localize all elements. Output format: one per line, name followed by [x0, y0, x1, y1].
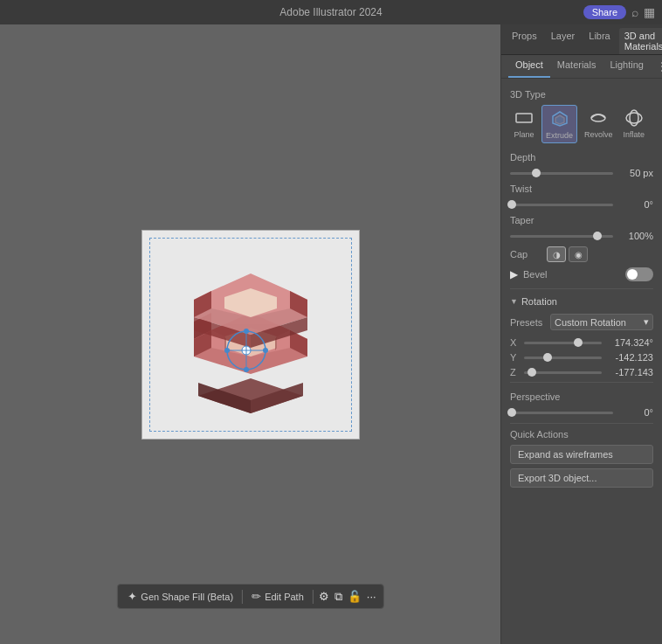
x-row: X 174.324° — [510, 337, 653, 348]
export-3d-btn[interactable]: Export 3D object... — [510, 468, 653, 488]
y-value: -142.123 — [605, 352, 653, 363]
3d-type-label: 3D Type — [510, 89, 653, 100]
gen-shape-btn[interactable]: ✦ Gen Shape Fill (Beta) — [124, 588, 237, 605]
right-panel: Props Layer Libra 3D and Materials Objec… — [500, 24, 662, 644]
canvas-toolbar: ✦ Gen Shape Fill (Beta) ✏ Edit Path ⚙ ⧉ … — [116, 584, 383, 609]
presets-value: Custom Rotation — [555, 317, 626, 328]
svg-point-25 — [224, 348, 230, 353]
depth-label: Depth — [510, 152, 653, 163]
title-bar: Adobe Illustrator 2024 Share ⌕ ▦ — [0, 0, 662, 24]
type-extrude-btn[interactable]: Extrude — [541, 105, 577, 143]
depth-value: 50 px — [618, 168, 653, 178]
type-icons-row: Plane Extrude Revolve — [510, 105, 653, 143]
panel-top-tabs: Props Layer Libra 3D and Materials — [501, 24, 662, 55]
svg-point-23 — [244, 329, 249, 334]
plane-icon — [514, 107, 534, 128]
z-slider-track[interactable] — [524, 371, 602, 374]
copy-icon[interactable]: ⧉ — [334, 590, 342, 604]
bevel-toggle-knob — [627, 269, 638, 280]
cap-btn-1[interactable]: ◑ — [547, 246, 566, 262]
rotation-section: ▼ Rotation Presets Custom Rotation ▾ X — [510, 288, 653, 377]
tab-props[interactable]: Props — [507, 28, 542, 54]
share-button[interactable]: Share — [583, 5, 626, 19]
tab-3d-materials[interactable]: 3D and Materials — [619, 28, 662, 54]
edit-path-btn[interactable]: ✏ Edit Path — [248, 588, 307, 605]
perspective-slider-row: 0° — [510, 407, 653, 418]
type-revolve-btn[interactable]: Revolve — [581, 105, 617, 143]
taper-slider-row: 100% — [510, 231, 653, 241]
cap-label: Cap — [510, 249, 541, 260]
bevel-toggle[interactable] — [625, 267, 653, 281]
inflate-icon — [624, 107, 645, 128]
y-slider-track[interactable] — [524, 357, 602, 359]
artwork-canvas[interactable] — [141, 230, 360, 440]
bevel-chevron[interactable]: ▶ — [510, 268, 518, 280]
taper-track[interactable] — [510, 235, 613, 238]
gen-shape-icon: ✦ — [128, 590, 137, 603]
perspective-thumb[interactable] — [507, 408, 516, 417]
twist-label: Twist — [510, 184, 653, 194]
presets-chevron-icon: ▾ — [644, 316, 649, 328]
expand-wireframes-btn[interactable]: Expand as wireframes — [510, 445, 653, 464]
presets-row: Presets Custom Rotation ▾ — [510, 314, 653, 330]
z-value: -177.143 — [605, 367, 653, 377]
artwork-svg — [155, 239, 347, 431]
search-icon[interactable]: ⌕ — [631, 5, 638, 19]
menu-icon[interactable]: ▦ — [644, 5, 655, 19]
tab-lighting[interactable]: Lighting — [603, 55, 651, 78]
tab-libra[interactable]: Libra — [583, 28, 615, 54]
depth-slider-row: 50 px — [510, 168, 653, 178]
inflate-label: Inflate — [624, 130, 645, 139]
cap-row: Cap ◑ ◉ — [510, 246, 653, 262]
perspective-track[interactable] — [510, 412, 613, 414]
quick-actions-label: Quick Actions — [510, 429, 653, 440]
bevel-row: ▶ Bevel — [510, 267, 653, 281]
revolve-label: Revolve — [584, 130, 613, 139]
x-slider-track[interactable] — [524, 342, 602, 344]
revolve-icon — [588, 107, 609, 128]
cap-btn-2[interactable]: ◉ — [569, 246, 588, 262]
depth-track[interactable] — [510, 172, 613, 175]
y-thumb[interactable] — [543, 353, 552, 362]
toolbar-divider-2 — [313, 590, 314, 604]
taper-label: Taper — [510, 215, 653, 225]
tab-layer[interactable]: Layer — [546, 28, 581, 54]
cap-buttons: ◑ ◉ — [547, 246, 588, 262]
canvas-area: ✦ Gen Shape Fill (Beta) ✏ Edit Path ⚙ ⧉ … — [0, 24, 500, 644]
panel-sub-tabs: Object Materials Lighting ⋮ — [501, 55, 662, 79]
rotation-chevron: ▼ — [510, 297, 518, 306]
tab-object[interactable]: Object — [508, 55, 550, 78]
tab-materials[interactable]: Materials — [550, 55, 603, 78]
twist-slider-row: 0° — [510, 199, 653, 210]
bevel-label: Bevel — [523, 269, 620, 280]
more-icon[interactable]: ··· — [367, 590, 376, 603]
lock-icon[interactable]: 🔓 — [348, 590, 362, 603]
svg-point-31 — [626, 113, 642, 123]
main-area: ✦ Gen Shape Fill (Beta) ✏ Edit Path ⚙ ⧉ … — [0, 24, 662, 644]
rotation-header[interactable]: ▼ Rotation — [510, 296, 653, 307]
z-axis-label: Z — [510, 367, 521, 377]
extrude-icon — [549, 108, 570, 129]
x-thumb[interactable] — [574, 338, 583, 347]
depth-thumb[interactable] — [532, 169, 541, 177]
perspective-label: Perspective — [510, 391, 653, 402]
type-inflate-btn[interactable]: Inflate — [620, 105, 649, 143]
x-value: 174.324° — [605, 337, 653, 348]
perspective-value: 0° — [618, 407, 653, 418]
gen-shape-label: Gen Shape Fill (Beta) — [141, 592, 233, 602]
app-title: Adobe Illustrator 2024 — [279, 6, 382, 18]
z-row: Z -177.143 — [510, 367, 653, 377]
svg-marker-29 — [555, 115, 564, 124]
z-thumb[interactable] — [528, 368, 536, 377]
presets-select[interactable]: Custom Rotation ▾ — [550, 314, 653, 330]
twist-track[interactable] — [510, 204, 613, 206]
twist-thumb[interactable] — [507, 200, 516, 209]
panel-options-icon[interactable]: ⋮ — [651, 55, 662, 78]
edit-path-label: Edit Path — [265, 592, 304, 602]
settings-icon[interactable]: ⚙ — [319, 590, 329, 603]
type-plane-btn[interactable]: Plane — [510, 105, 538, 143]
taper-thumb[interactable] — [593, 232, 602, 240]
toolbar-divider-1 — [242, 590, 243, 604]
panel-content: 3D Type Plane Extrude — [501, 79, 662, 644]
svg-point-24 — [244, 367, 249, 372]
